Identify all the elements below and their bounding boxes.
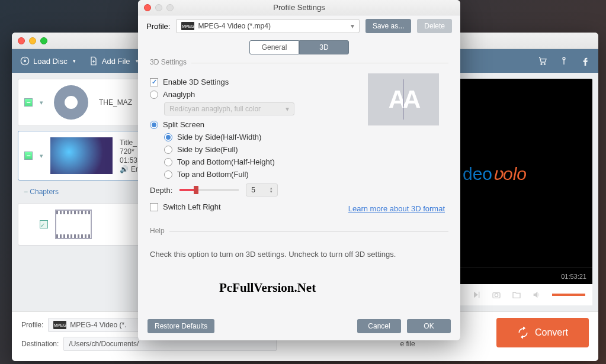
folder-icon[interactable] <box>512 290 521 299</box>
minimize-icon[interactable] <box>29 37 36 44</box>
depth-stepper[interactable]: 5 ▴▾ <box>246 183 278 197</box>
mpeg-icon: MPEG <box>181 22 194 30</box>
help-text: Check this option to turn on 3D settings… <box>150 246 448 262</box>
video-line1: Title_ <box>120 138 140 147</box>
depth-label: Depth: <box>150 186 172 195</box>
opt-tb-half[interactable]: Top and Bottom(Half-Height) <box>164 157 448 166</box>
switch-lr-checkbox[interactable] <box>150 203 158 211</box>
close-icon[interactable] <box>18 37 25 44</box>
add-file-label: Add File <box>102 57 130 66</box>
traffic-lights <box>18 37 47 44</box>
chapters-label: Chapters <box>30 188 59 196</box>
restore-defaults-button[interactable]: Restore Defaults <box>148 319 214 333</box>
modal-title: Profile Settings <box>138 3 460 12</box>
convert-button[interactable]: Convert <box>496 318 589 347</box>
tab-general[interactable]: General <box>249 40 299 54</box>
merge-text: e file <box>400 340 415 348</box>
enable-3d-checkbox[interactable] <box>150 78 158 86</box>
opt-sbs-half[interactable]: Side by Side(Half-Width) <box>164 133 448 141</box>
video-line3: 01:53 <box>120 156 140 165</box>
disc-title: THE_MAZ <box>99 98 132 107</box>
depth-slider[interactable] <box>179 189 239 191</box>
preview-time: 01:53:21 <box>561 273 586 280</box>
step-down-icon: ▾ <box>270 190 272 194</box>
save-as-button[interactable]: Save as... <box>365 19 411 33</box>
modal-footer: Restore Defaults Cancel OK <box>138 312 460 340</box>
opt-tb-full[interactable]: Top and Bottom(Full) <box>164 170 448 179</box>
disc-checkbox[interactable] <box>24 98 33 107</box>
load-disc-button[interactable]: Load Disc▾ <box>20 56 76 66</box>
svg-point-6 <box>495 294 498 297</box>
svg-point-4 <box>563 57 565 60</box>
destination-label: Destination: <box>21 340 59 348</box>
chapter-checkbox[interactable]: ✓ <box>40 220 48 228</box>
modal-tabs: General 3D <box>138 40 460 54</box>
anaglyph-label: Anaglyph <box>163 90 195 99</box>
volume-slider[interactable] <box>552 294 585 296</box>
tb-full-radio[interactable] <box>164 170 172 179</box>
modal-profile-select[interactable]: MPEG MPEG-4 Video (*.mp4) <box>176 19 359 33</box>
filmstrip-icon <box>55 210 92 239</box>
ok-button[interactable]: OK <box>407 319 451 333</box>
learn-more-link[interactable]: Learn more about 3D format <box>348 204 445 213</box>
anaglyph-radio[interactable] <box>150 91 158 99</box>
anaglyph-select: Red/cyan anaglyph, full color <box>164 102 294 115</box>
modal-profile-label: Profile: <box>146 22 170 31</box>
cart-icon[interactable] <box>538 56 547 66</box>
audio-icon: 🔊 <box>120 165 129 173</box>
delete-button: Delete <box>417 19 452 33</box>
modal-titlebar: Profile Settings <box>138 0 460 15</box>
convert-label: Convert <box>535 327 568 338</box>
watermark-text: PcFullVersion.Net <box>219 281 316 295</box>
facebook-icon[interactable] <box>581 56 590 66</box>
sbs-half-radio[interactable] <box>164 133 172 141</box>
3d-preview-thumbnail: AA <box>368 73 439 125</box>
enable-3d-label: Enable 3D Settings <box>163 78 229 86</box>
opt-sbs-full[interactable]: Side by Side(Full) <box>164 145 448 154</box>
maximize-icon[interactable] <box>40 37 47 44</box>
mpeg-icon: MPEG <box>53 321 66 329</box>
next-icon[interactable] <box>472 290 481 299</box>
switch-lr-label: Switch Left Right <box>163 202 221 211</box>
depth-row: Depth: 5 ▴▾ <box>150 183 448 197</box>
sbs-full-radio[interactable] <box>164 146 172 154</box>
split-screen-radio[interactable] <box>150 121 158 129</box>
tab-3d[interactable]: 3D <box>299 40 349 54</box>
group-3d-title: 3D Settings <box>150 58 191 66</box>
svg-point-2 <box>541 63 542 65</box>
brand-logo: deoʋolo <box>463 163 527 183</box>
chevron-down-icon[interactable]: ▾ <box>40 99 43 107</box>
svg-point-1 <box>24 60 26 62</box>
add-file-button[interactable]: Add File▾ <box>89 56 139 66</box>
convert-icon <box>517 327 529 339</box>
cancel-button[interactable]: Cancel <box>357 319 401 333</box>
video-thumbnail <box>50 137 113 174</box>
video-line2: 720* <box>120 147 140 156</box>
load-disc-label: Load Disc <box>33 57 68 66</box>
video-checkbox[interactable] <box>24 152 33 160</box>
disc-icon <box>54 85 88 120</box>
svg-point-3 <box>544 63 545 65</box>
tb-half-radio[interactable] <box>164 158 172 166</box>
volume-icon[interactable] <box>532 290 541 299</box>
profile-row: Profile: MPEG MPEG-4 Video (*.mp4) Save … <box>138 15 460 37</box>
group-help: Help Check this option to turn on 3D set… <box>150 231 448 262</box>
profile-label: Profile: <box>21 321 43 329</box>
camera-icon[interactable] <box>492 290 501 299</box>
help-title: Help <box>150 227 169 235</box>
split-screen-label: Split Screen <box>163 120 204 129</box>
tune-icon[interactable] <box>559 56 569 66</box>
chevron-down-icon[interactable]: ▾ <box>40 152 43 160</box>
